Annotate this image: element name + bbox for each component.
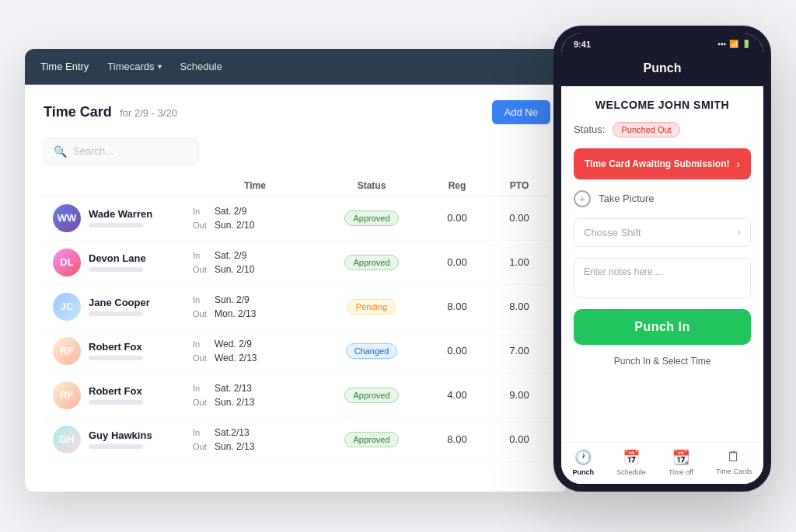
mobile-nav-timecards[interactable]: 🗒 Time Cards — [716, 449, 752, 475]
timeoff-nav-icon: 📆 — [672, 449, 690, 466]
time-in-label-5: In — [193, 428, 208, 437]
time-out-label-5: Out — [193, 442, 208, 451]
page-title-area: Time Card for 2/9 - 3/20 — [44, 104, 177, 120]
punch-in-button[interactable]: Punch In — [574, 309, 751, 345]
employee-sub-3 — [89, 356, 143, 360]
shift-selector[interactable]: Chosse Shift › — [574, 218, 751, 247]
avatar-1: DL — [53, 249, 81, 276]
nav-time-entry-label: Time Entry — [40, 61, 89, 72]
status-cell-3: Changed — [317, 343, 426, 359]
punch-nav-label: Punch — [573, 468, 595, 476]
schedule-nav-label: Schedule — [616, 468, 646, 476]
mobile-signal-icons: ▪▪▪ 📶 🔋 — [717, 40, 751, 48]
mobile-nav-schedule[interactable]: 📅 Schedule — [616, 449, 646, 476]
col-reg: Reg — [426, 180, 488, 191]
time-out-4: Sun. 2/13 — [215, 397, 254, 408]
employee-cell-5: GH Guy Hawkins — [53, 426, 193, 454]
table-row: JC Jane Cooper In Sun. 2/9 Ou — [44, 285, 550, 329]
time-out-label-2: Out — [193, 309, 208, 318]
battery-icon: 🔋 — [742, 40, 751, 48]
time-cell-5: In Sat.2/13 Out Sun. 2/13 — [193, 427, 317, 452]
time-in-label-0: In — [193, 207, 208, 216]
status-row: Status: Punched Out — [574, 122, 751, 137]
time-cell-0: In Sat. 2/9 Out Sun. 2/10 — [193, 206, 317, 231]
punch-select-time[interactable]: Punch In & Select Time — [574, 356, 751, 367]
col-name — [53, 180, 193, 191]
employee-cell-0: WW Wade Warren — [53, 204, 193, 232]
add-new-button[interactable]: Add Ne — [492, 100, 550, 124]
notes-field[interactable]: Enter notes here.... — [574, 258, 751, 298]
page-header: Time Card for 2/9 - 3/20 Add Ne — [44, 100, 550, 124]
time-out-label-1: Out — [193, 265, 208, 274]
time-cell-4: In Sat. 2/13 Out Sun. 2/13 — [193, 383, 317, 408]
reg-4: 4.00 — [426, 389, 488, 401]
avatar-initials-3: RF — [53, 337, 81, 365]
reg-2: 8.00 — [426, 301, 488, 312]
notes-placeholder: Enter notes here.... — [584, 266, 663, 277]
status-label: Status: — [574, 123, 605, 135]
time-out-label-0: Out — [193, 221, 208, 230]
alert-banner[interactable]: Time Card Awaiting Submission! › — [574, 148, 751, 179]
time-out-label-4: Out — [193, 398, 208, 407]
status-badge-2: Pending — [347, 299, 396, 315]
time-in-label-2: In — [193, 295, 208, 304]
time-out-3: Wed. 2/13 — [215, 353, 257, 363]
mobile-body: WELCOME JOHN SMITH Status: Punched Out T… — [561, 86, 763, 379]
time-in-1: Sat. 2/9 — [215, 250, 246, 261]
welcome-text: WELCOME JOHN SMITH — [574, 99, 751, 111]
status-cell-5: Approved — [317, 432, 426, 447]
employee-name-3: Robert Fox — [89, 341, 143, 353]
employee-sub-1 — [89, 267, 143, 272]
pto-2: 8.00 — [488, 301, 550, 312]
col-time: Time — [193, 180, 317, 191]
nav-time-entry[interactable]: Time Entry — [40, 61, 89, 72]
reg-1: 0.00 — [426, 256, 488, 268]
time-out-1: Sun. 2/10 — [215, 264, 254, 275]
timecards-nav-icon: 🗒 — [727, 449, 741, 465]
employee-name-4: Robert Fox — [89, 385, 143, 397]
pto-4: 9.00 — [488, 389, 550, 401]
mobile-time: 9:41 — [574, 40, 591, 49]
take-picture-row[interactable]: + Take Picture — [574, 190, 751, 207]
employee-name-2: Jane Cooper — [89, 297, 150, 308]
search-bar[interactable]: 🔍 Search... — [44, 138, 199, 165]
alert-chevron-icon: › — [736, 158, 740, 170]
nav-schedule[interactable]: Schedule — [180, 61, 222, 72]
time-out-label-3: Out — [193, 353, 208, 363]
schedule-nav-icon: 📅 — [623, 449, 640, 466]
mobile-header-title: Punch — [644, 61, 682, 75]
avatar-initials-2: JC — [53, 293, 81, 321]
status-cell-0: Approved — [317, 210, 426, 226]
pto-3: 7.00 — [488, 345, 550, 356]
time-in-label-4: In — [193, 384, 208, 393]
avatar-4: RF — [53, 381, 81, 409]
status-badge-4: Approved — [344, 388, 398, 403]
punched-out-badge: Punched Out — [613, 122, 679, 137]
employee-name-1: Devon Lane — [89, 252, 146, 264]
time-cell-1: In Sat. 2/9 Out Sun. 2/10 — [193, 250, 317, 275]
timeoff-nav-label: Time off — [669, 468, 693, 476]
employee-sub-4 — [89, 400, 143, 405]
take-picture-text: Take Picture — [599, 193, 655, 204]
employee-cell-2: JC Jane Cooper — [53, 293, 193, 321]
time-in-4: Sat. 2/13 — [215, 383, 252, 394]
status-cell-4: Approved — [317, 388, 426, 403]
table-row: GH Guy Hawkins In Sat.2/13 Ou — [44, 418, 550, 462]
nav-timecards-label: Timecards — [107, 61, 154, 72]
col-status: Status — [317, 180, 426, 191]
nav-timecards[interactable]: Timecards ▾ — [107, 61, 161, 72]
time-cell-2: In Sun. 2/9 Out Mon. 2/13 — [193, 294, 317, 319]
app-nav: Time Entry Timecards ▾ Schedule — [25, 49, 569, 85]
employee-sub-5 — [89, 444, 143, 449]
mobile-nav-punch[interactable]: 🕐 Punch — [573, 449, 595, 476]
employee-cell-3: RF Robert Fox — [53, 337, 193, 365]
status-badge-1: Approved — [344, 255, 398, 270]
search-icon: 🔍 — [54, 145, 67, 158]
reg-5: 8.00 — [426, 433, 488, 445]
mobile-nav-timeoff[interactable]: 📆 Time off — [669, 449, 693, 476]
wifi-icon: 📶 — [729, 40, 738, 48]
time-out-0: Sun. 2/10 — [215, 220, 254, 231]
timecards-chevron-icon: ▾ — [158, 62, 162, 71]
table-row: RF Robert Fox In Wed. 2/9 Out — [44, 329, 550, 374]
nav-schedule-label: Schedule — [180, 61, 222, 72]
